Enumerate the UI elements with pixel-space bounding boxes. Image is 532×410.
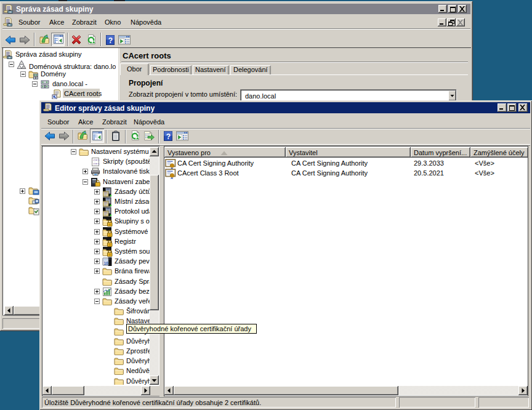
svg-text:?: ? xyxy=(166,132,171,141)
svg-text:?: ? xyxy=(108,36,113,45)
svg-text:<=>: <=> xyxy=(93,162,100,166)
svg-text:10: 10 xyxy=(104,261,109,265)
